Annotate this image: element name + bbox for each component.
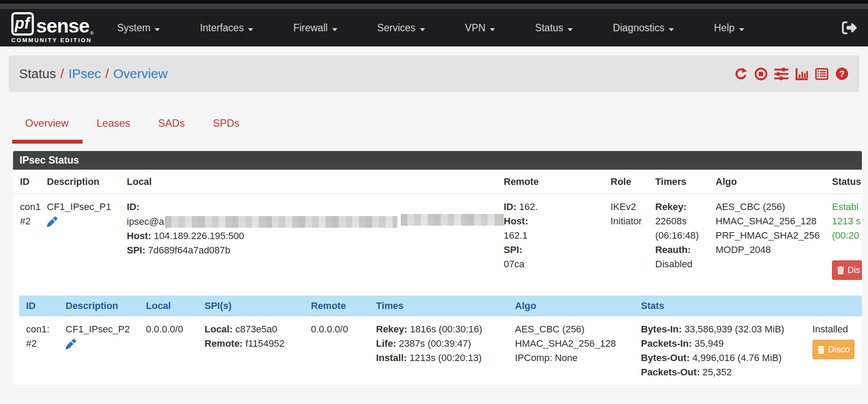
breadcrumb-section: Status bbox=[19, 66, 56, 81]
chevron-down-icon bbox=[332, 28, 337, 31]
chevron-down-icon bbox=[248, 28, 253, 31]
cell-status: Establ 1213 s (00:20 Dis bbox=[825, 194, 862, 296]
tab-sads[interactable]: SADs bbox=[145, 117, 198, 129]
refresh-icon[interactable] bbox=[734, 67, 748, 81]
col-id: ID bbox=[19, 296, 59, 316]
col-algo: Algo bbox=[508, 296, 634, 316]
col-local: Local bbox=[139, 296, 198, 316]
nav-menu: System Interfaces Firewall Services VPN … bbox=[117, 22, 744, 34]
logo-sense-text: sense bbox=[36, 16, 89, 36]
ike-sa-table: ID Description Local Remote Role Timers … bbox=[13, 170, 862, 384]
col-id: ID bbox=[13, 170, 40, 194]
chevron-down-icon bbox=[568, 28, 573, 31]
logo-registered-mark: ® bbox=[90, 30, 94, 36]
child-sa-row: con1: #2 CF1_IPsec_P2 0.0.0.0/0 bbox=[19, 316, 862, 385]
svg-text:?: ? bbox=[839, 69, 845, 79]
nav-item-help[interactable]: Help bbox=[714, 22, 744, 34]
col-spis: SPI(s) bbox=[198, 296, 304, 316]
cell-role: IKEv2 Initiator bbox=[604, 194, 648, 296]
tab-overview[interactable]: Overview bbox=[12, 117, 82, 129]
col-remote: Remote bbox=[304, 296, 369, 316]
help-icon[interactable]: ? bbox=[835, 67, 849, 81]
chevron-down-icon bbox=[739, 28, 744, 31]
tab-spds[interactable]: SPDs bbox=[200, 117, 252, 129]
cell-actions: Installed Disco bbox=[805, 316, 862, 385]
trash-icon bbox=[837, 266, 845, 274]
chevron-down-icon bbox=[155, 28, 160, 31]
cell-description: CF1_IPsec_P2 bbox=[59, 316, 139, 385]
cell-local: ID: ipsec@a Host: 104.189.226.195:500 SP… bbox=[120, 194, 497, 296]
sliders-icon[interactable] bbox=[774, 67, 789, 81]
top-strip bbox=[0, 0, 868, 3]
cell-algo: AES_CBC (256) HMAC_SHA2_256_128 IPComp: … bbox=[508, 316, 634, 385]
tab-leases[interactable]: Leases bbox=[83, 117, 143, 129]
logo-pf-box: pf bbox=[11, 12, 34, 36]
nav-item-vpn[interactable]: VPN bbox=[465, 22, 495, 34]
redacted-block bbox=[165, 216, 397, 228]
disconnect-button[interactable]: Dis bbox=[832, 260, 862, 280]
breadcrumb-link-overview[interactable]: Overview bbox=[113, 66, 168, 81]
col-stats: Stats bbox=[634, 296, 805, 316]
child-header-row: ID Description Local SPI(s) Remote Times… bbox=[19, 296, 862, 316]
pfsense-logo[interactable]: pf sense ® COMMUNITY EDITION bbox=[11, 12, 94, 43]
nav-item-status[interactable]: Status bbox=[535, 22, 573, 34]
child-sa-section: ID Description Local SPI(s) Remote Times… bbox=[13, 296, 862, 384]
cell-remote: ID: 162. Host: 162.1 SPI: 07ca bbox=[497, 194, 604, 296]
cell-id: con1: #2 bbox=[19, 316, 59, 385]
cell-algo: AES_CBC (256) HMAC_SHA2_256_128 PRF_HMAC… bbox=[709, 194, 825, 296]
chevron-down-icon bbox=[669, 28, 674, 31]
breadcrumb-separator: / bbox=[60, 66, 64, 81]
logo-edition-text: COMMUNITY EDITION bbox=[11, 37, 94, 43]
cell-id: con1 #2 bbox=[13, 194, 40, 296]
cell-remote: 0.0.0.0/0 bbox=[304, 316, 369, 385]
cell-local: 0.0.0.0/0 bbox=[139, 316, 198, 385]
sign-out-icon[interactable] bbox=[842, 20, 857, 35]
cell-spis: Local: c873e5a0 Remote: f1154952 bbox=[198, 316, 304, 385]
child-sa-table: ID Description Local SPI(s) Remote Times… bbox=[19, 296, 862, 384]
active-tab-underline bbox=[12, 140, 83, 144]
ipsec-status-panel: IPsec Status ID Description Local Remote… bbox=[13, 151, 862, 384]
col-remote: Remote bbox=[497, 170, 604, 194]
nav-item-system[interactable]: System bbox=[117, 22, 160, 34]
cell-timers: Rekey: 22608s (06:16:48) Reauth: Disable… bbox=[648, 194, 709, 296]
col-role: Role bbox=[604, 170, 648, 194]
cell-times: Rekey: 1816s (00:30:16) Life: 2387s (00:… bbox=[369, 316, 508, 385]
cell-stats: Bytes-In: 33,586,939 (32.03 MiB) Packets… bbox=[634, 316, 805, 385]
col-status: Status bbox=[825, 170, 862, 194]
nav-item-services[interactable]: Services bbox=[377, 22, 425, 34]
nav-item-interfaces[interactable]: Interfaces bbox=[200, 22, 253, 34]
col-times: Times bbox=[369, 296, 508, 316]
disconnect-button[interactable]: Disco bbox=[812, 340, 855, 359]
col-algo: Algo bbox=[709, 170, 825, 194]
col-local: Local bbox=[120, 170, 497, 194]
breadcrumb: Status / IPsec / Overview ? bbox=[9, 56, 859, 92]
ike-sa-row: con1 #2 CF1_IPsec_P1 ID: ipsec@a Host: 1… bbox=[13, 194, 862, 296]
navbar: pf sense ® COMMUNITY EDITION System Inte… bbox=[0, 9, 868, 46]
top-strip-2 bbox=[0, 3, 868, 9]
list-icon[interactable] bbox=[815, 67, 828, 81]
nav-item-diagnostics[interactable]: Diagnostics bbox=[613, 22, 674, 34]
col-description: Description bbox=[40, 170, 120, 194]
edit-pencil-icon[interactable] bbox=[47, 217, 113, 231]
edit-pencil-icon[interactable] bbox=[66, 339, 132, 353]
page-action-icons: ? bbox=[734, 67, 849, 81]
col-description: Description bbox=[59, 296, 139, 316]
ike-header-row: ID Description Local Remote Role Timers … bbox=[13, 170, 862, 194]
breadcrumb-separator: / bbox=[105, 66, 109, 81]
tab-bar: Overview Leases SADs SPDs bbox=[12, 117, 868, 151]
redacted-block bbox=[401, 214, 504, 226]
panel-title: IPsec Status bbox=[13, 151, 862, 170]
breadcrumb-link-ipsec[interactable]: IPsec bbox=[68, 66, 101, 81]
col-timers: Timers bbox=[648, 170, 709, 194]
stop-icon[interactable] bbox=[754, 67, 768, 81]
bar-chart-icon[interactable] bbox=[795, 67, 809, 81]
chevron-down-icon bbox=[420, 28, 425, 31]
col-actions bbox=[805, 296, 862, 316]
status-installed: Installed bbox=[812, 322, 855, 336]
trash-icon bbox=[817, 346, 825, 354]
status-established: Establ bbox=[832, 200, 862, 214]
nav-item-firewall[interactable]: Firewall bbox=[293, 22, 337, 34]
cell-description: CF1_IPsec_P1 bbox=[40, 194, 120, 296]
chevron-down-icon bbox=[490, 28, 495, 31]
